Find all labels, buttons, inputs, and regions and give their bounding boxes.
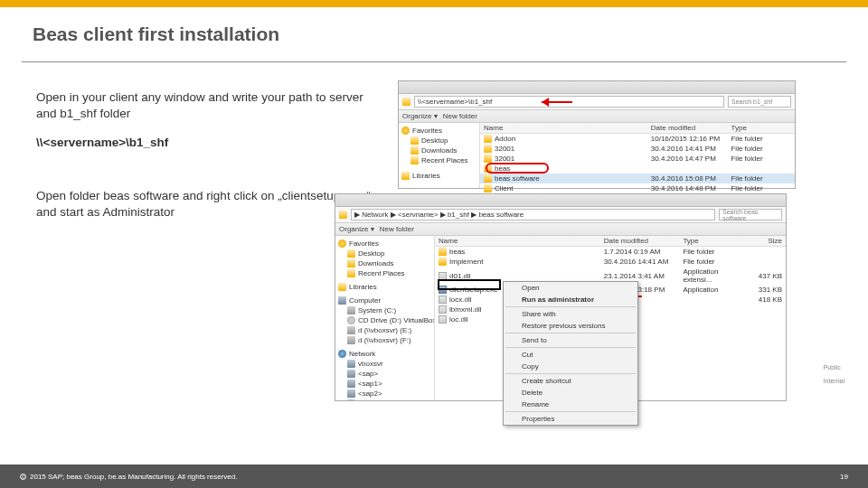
address-text: \\<servername>\b1_shf <box>418 98 492 106</box>
dll-icon <box>439 315 447 324</box>
list-row[interactable]: beas software30.4.2016 15:08 PMFile fold… <box>480 174 795 183</box>
tree-label: Network <box>349 350 375 358</box>
col-date[interactable]: Date modified <box>651 124 731 132</box>
tree-computer[interactable]: Computer <box>338 296 431 305</box>
col-name[interactable]: Name <box>484 124 651 132</box>
menu-item[interactable]: Copy <box>504 361 637 372</box>
list-row[interactable]: Addon10/16/2015 12:16 PMFile folder <box>480 134 795 144</box>
tree-libraries[interactable]: Libraries <box>338 282 431 292</box>
list-row[interactable]: Client30.4.2016 14:48 PMFile folder <box>480 183 795 193</box>
newfolder-button[interactable]: New folder <box>443 112 477 120</box>
nav-tree[interactable]: Favorites Desktop Downloads Recent Place… <box>335 236 435 400</box>
menu-item[interactable]: Share with <box>504 308 637 320</box>
tree-item[interactable]: <sap1> <box>338 379 431 389</box>
slide-accent-bar <box>0 0 868 7</box>
menu-item[interactable]: Run as administrator <box>504 294 637 305</box>
tree-libraries[interactable]: Libraries <box>401 171 476 181</box>
window-titlebar[interactable] <box>399 81 795 94</box>
tree-label: Desktop <box>421 136 448 145</box>
folder-icon <box>484 174 492 183</box>
tree-label: <sap2> <box>358 389 382 398</box>
tree-item[interactable]: Recent Places <box>338 268 431 278</box>
file-type: File folder <box>683 258 742 266</box>
menu-item[interactable]: Restore previous versions <box>504 320 637 332</box>
tree-network[interactable]: Network <box>338 349 431 359</box>
list-row[interactable]: 3200130.4.2016 14:41 PMFile folder <box>480 144 795 154</box>
col-type[interactable]: Type <box>731 124 791 132</box>
tree-label: Recent Places <box>421 156 468 164</box>
window-titlebar[interactable] <box>335 194 786 207</box>
menu-separator <box>505 411 636 412</box>
slide-content: Open in your client any window and write… <box>0 62 868 221</box>
computer-icon <box>347 389 355 398</box>
address-input[interactable]: \\<servername>\b1_shf <box>414 96 724 108</box>
list-row[interactable]: Implement30.4.2016 14:41 AMFile folder <box>435 257 786 267</box>
tree-item[interactable]: Downloads <box>401 145 476 155</box>
file-size: 437 KB <box>742 272 782 280</box>
search-input[interactable]: Search b1_shf <box>728 96 791 108</box>
menu-item[interactable]: Open <box>504 282 637 294</box>
back-icon[interactable] <box>402 98 410 106</box>
instruction-1: Open in your client any window and write… <box>36 89 380 122</box>
col-size[interactable]: Size <box>742 237 782 245</box>
col-type[interactable]: Type <box>683 237 742 245</box>
newfolder-button[interactable]: New folder <box>380 225 414 233</box>
tree-item[interactable]: <sap> <box>338 369 431 379</box>
path-text: \\<servername>\b1_shf <box>36 136 168 149</box>
address-input[interactable]: ▶ Network ▶ <servname> ▶ b1_shf ▶ beas s… <box>351 209 715 221</box>
col-name[interactable]: Name <box>439 237 604 245</box>
file-list[interactable]: Name Date modified Type Addon10/16/2015 … <box>480 123 795 188</box>
side-tab: Internal <box>822 374 846 388</box>
tree-favorites[interactable]: Favorites <box>401 126 476 136</box>
folder-icon <box>484 145 492 153</box>
search-input[interactable]: Search beas software <box>719 209 782 221</box>
menu-item[interactable]: Send to <box>504 334 637 346</box>
tree-label: d (\\vboxsvr) (F:) <box>358 336 411 344</box>
file-size: 418 KB <box>742 296 782 304</box>
file-type: File folder <box>731 135 791 143</box>
tree-item[interactable]: d (\\vboxsvr) (F:) <box>338 335 431 345</box>
tree-item[interactable]: <sap2> <box>338 389 431 399</box>
menu-item[interactable]: Properties <box>504 413 637 425</box>
file-name: lbmxml.dll <box>449 305 482 314</box>
tree-item[interactable]: Recent Places <box>401 155 476 165</box>
file-date: 30.4.2016 14:41 AM <box>604 258 684 266</box>
folder-icon <box>410 146 419 155</box>
tree-item[interactable]: <srv01> <box>338 399 431 400</box>
tree-favorites[interactable]: Favorites <box>338 239 431 249</box>
organize-button[interactable]: Organize ▾ <box>339 225 374 233</box>
file-name: locx.dll <box>449 296 471 304</box>
back-icon[interactable] <box>339 211 347 219</box>
tree-item[interactable]: CD Drive (D:) VirtualBox Guest Additions <box>338 315 431 325</box>
menu-item[interactable]: Rename <box>504 399 637 410</box>
list-row[interactable]: beas1.7.2014 0:19 AMFile folder <box>435 247 786 257</box>
file-date: 30.4.2016 15:08 PM <box>651 174 731 183</box>
red-circle-annotation <box>486 163 549 174</box>
tree-label: CD Drive (D:) VirtualBox Guest Additions <box>358 316 435 324</box>
tree-item[interactable]: Desktop <box>401 136 476 145</box>
tree-item[interactable]: Desktop <box>338 249 431 258</box>
disc-icon <box>347 316 355 324</box>
menu-item[interactable]: Delete <box>504 387 637 399</box>
tree-item[interactable]: Downloads <box>338 258 431 268</box>
list-header[interactable]: Name Date modified Type <box>480 123 795 134</box>
col-date[interactable]: Date modified <box>604 237 684 245</box>
organize-button[interactable]: Organize ▾ <box>402 112 438 120</box>
tree-item[interactable]: d (\\vboxsvr) (E:) <box>338 325 431 335</box>
menu-item[interactable]: Cut <box>504 349 637 361</box>
star-icon <box>338 239 346 248</box>
tree-label: <sap> <box>358 370 378 378</box>
file-type: File folder <box>731 174 791 183</box>
tree-item[interactable]: vboxsvr <box>338 359 431 369</box>
list-header[interactable]: Name Date modified Type Size <box>435 236 786 247</box>
menu-item[interactable]: Create shortcut <box>504 375 637 387</box>
file-type: File folder <box>731 155 791 163</box>
path-example: \\<servername>\b1_shf <box>36 135 380 151</box>
file-name: Addon <box>495 135 515 143</box>
context-menu[interactable]: OpenRun as administratorShare withRestor… <box>503 281 638 426</box>
tree-item[interactable]: System (C:) <box>338 305 431 315</box>
folder-icon <box>338 283 346 291</box>
red-arrow-annotation <box>542 98 578 107</box>
nav-tree[interactable]: Favorites Desktop Downloads Recent Place… <box>399 123 480 188</box>
dll-icon <box>439 296 447 304</box>
